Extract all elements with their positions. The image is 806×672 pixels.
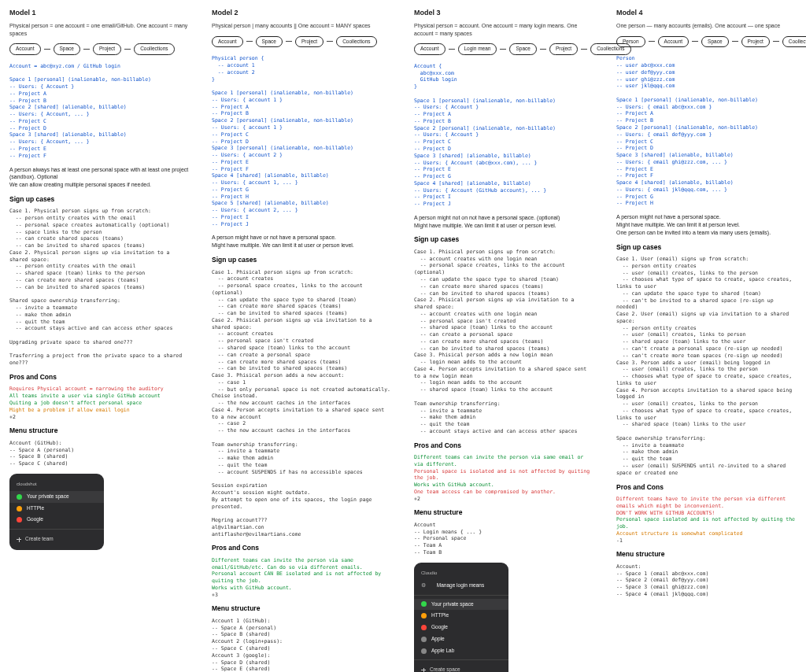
menu-heading: Menu structure — [9, 426, 190, 435]
panel-item-label: Apple Lab — [431, 648, 454, 655]
model-subtitle: Physical person = account. One account =… — [414, 22, 594, 37]
dot-icon — [17, 517, 22, 522]
pill-row: Person Account Space Project Coollection… — [616, 36, 797, 48]
panel-item[interactable]: Your private space — [9, 491, 104, 503]
panel-header: Cloudio — [414, 568, 508, 580]
model-subtitle: Physical person | many accounts || One a… — [212, 22, 392, 29]
hierarchy-block: Account = abc@xyz.com / GitHub login Spa… — [9, 63, 190, 160]
signup-block: Case 1. Phisical person signs up from sc… — [414, 249, 594, 435]
model-columns: Model 1 Physical person = one account = … — [9, 8, 797, 672]
pill: Account — [414, 43, 446, 55]
proscons-block: Different teams have to invite the perso… — [616, 496, 797, 544]
pill-row: Account Space Project Coollections — [9, 43, 190, 55]
pill: Coollections — [782, 36, 806, 48]
panel-item-label: HTTPie — [431, 612, 449, 619]
panel-item[interactable]: Google — [9, 514, 104, 526]
proscons-heading: Pros and Cons — [9, 373, 190, 382]
proscons-heading: Pros and Cons — [616, 483, 797, 492]
dot-icon — [421, 613, 427, 618]
pill: Space — [54, 43, 80, 55]
panel-footer-label: Create team — [25, 536, 54, 543]
pill-row: Account Login mean Space Project Coollec… — [414, 43, 594, 55]
dot-icon — [17, 506, 22, 511]
model-subtitle: Physical person = one account = one emai… — [9, 22, 190, 37]
menu-block: Account: -- Space 1 (email abc@xxx.com) … — [616, 563, 797, 598]
menu-heading: Menu structure — [616, 550, 797, 559]
proscons-block: Different teams can invite the person vi… — [212, 557, 392, 599]
dot-icon — [17, 494, 22, 500]
pill: Space — [509, 43, 536, 55]
plus-icon — [421, 668, 426, 672]
panel-footer[interactable]: Create space — [414, 663, 508, 672]
signup-heading: Sign up cases — [414, 235, 594, 244]
panel-item[interactable]: Your private space — [414, 599, 508, 611]
dot-icon — [421, 648, 427, 654]
panel-manage-label: Manage login means — [437, 582, 484, 589]
panel-header: cloudshot — [9, 479, 104, 491]
panel-footer[interactable]: Create team — [9, 533, 104, 545]
pill: Account — [212, 36, 243, 48]
menu-block: Account 1 (GitHub): -- Space A (personal… — [212, 618, 392, 672]
pill: Person — [616, 36, 645, 48]
space-switcher-panel[interactable]: Cloudio ⚙ Manage login means Your privat… — [414, 563, 508, 672]
menu-heading: Menu structure — [212, 604, 392, 613]
pill: Coollections — [134, 43, 174, 55]
panel-manage[interactable]: ⚙ Manage login means — [414, 580, 508, 592]
pill: Account — [658, 36, 690, 48]
model-title: Model 3 — [414, 8, 594, 17]
proscons-block: Different teams can invite the person vi… — [414, 454, 594, 502]
panel-item-label: Google — [27, 516, 43, 523]
pill: Account — [9, 43, 41, 55]
space-switcher-panel[interactable]: cloudshot Your private space HTTPie Goog… — [9, 474, 104, 550]
menu-heading: Menu structure — [414, 508, 594, 517]
panel-item-label: Google — [431, 624, 448, 631]
panel-item[interactable]: HTTPie — [9, 503, 104, 515]
proscons-block: Requires Physical account = narrowing th… — [9, 386, 190, 420]
hierarchy-block: Physical person { -- account 1 -- accoun… — [212, 55, 392, 227]
panel-item-label: Your private space — [431, 601, 474, 608]
panel-item-label: HTTPie — [27, 505, 44, 512]
model-title: Model 2 — [212, 8, 392, 17]
hierarchy-block: Person -- user abc@xxx.com -- user def@y… — [616, 55, 797, 207]
signup-heading: Sign up cases — [212, 256, 392, 264]
model-2: Model 2 Physical person | many accounts … — [212, 8, 392, 672]
model-title: Model 1 — [9, 8, 190, 17]
model-1: Model 1 Physical person = one account = … — [9, 8, 190, 672]
pill: Project — [549, 43, 578, 55]
pill: Project — [741, 36, 770, 48]
plus-icon — [17, 537, 21, 542]
panel-item[interactable]: Apple — [414, 633, 508, 645]
note: A person might not have a personal space… — [616, 213, 797, 236]
pill: Coollections — [336, 36, 376, 48]
hierarchy-block: Account { abc@xxx.com GitHub login } Spa… — [414, 63, 594, 208]
dot-icon — [421, 637, 427, 642]
signup-block: Case 1. Physical person signs up from sc… — [9, 208, 190, 367]
dot-icon — [421, 601, 427, 607]
signup-heading: Sign up cases — [9, 195, 190, 204]
note: A person might have or not have a person… — [212, 234, 392, 249]
pill: Project — [295, 36, 324, 48]
proscons-heading: Pros and Cons — [212, 544, 392, 552]
panel-item[interactable]: HTTPie — [414, 610, 508, 622]
model-subtitle: One person — many accounts (emails). One… — [616, 22, 797, 29]
note: A person always has at least one persona… — [9, 166, 190, 189]
menu-block: Account -- Login means { ... } -- Person… — [414, 522, 594, 556]
panel-item[interactable]: Google — [414, 622, 508, 633]
panel-item[interactable]: Apple Lab — [414, 645, 508, 657]
pill-row: Account Space Project Coollections — [212, 36, 392, 48]
note: A person might not on not have a persona… — [414, 214, 594, 230]
proscons-heading: Pros and Cons — [414, 441, 594, 450]
signup-block: Case 1. User (email) signs up from scrat… — [616, 256, 797, 477]
signup-block: Case 1. Phisical person signs up from sc… — [212, 269, 392, 538]
model-3: Model 3 Physical person = account. One a… — [414, 8, 594, 672]
panel-item-label: Your private space — [27, 493, 69, 500]
menu-block: Account (GitHub): -- Space A (personal) … — [9, 440, 190, 467]
pill: Space — [701, 36, 728, 48]
pill: Project — [93, 43, 121, 55]
panel-item-label: Apple — [431, 636, 445, 643]
dot-icon — [421, 625, 427, 630]
pill: Login mean — [458, 43, 497, 55]
panel-footer-label: Create space — [430, 666, 460, 672]
model-title: Model 4 — [616, 8, 797, 17]
signup-heading: Sign up cases — [616, 243, 797, 252]
